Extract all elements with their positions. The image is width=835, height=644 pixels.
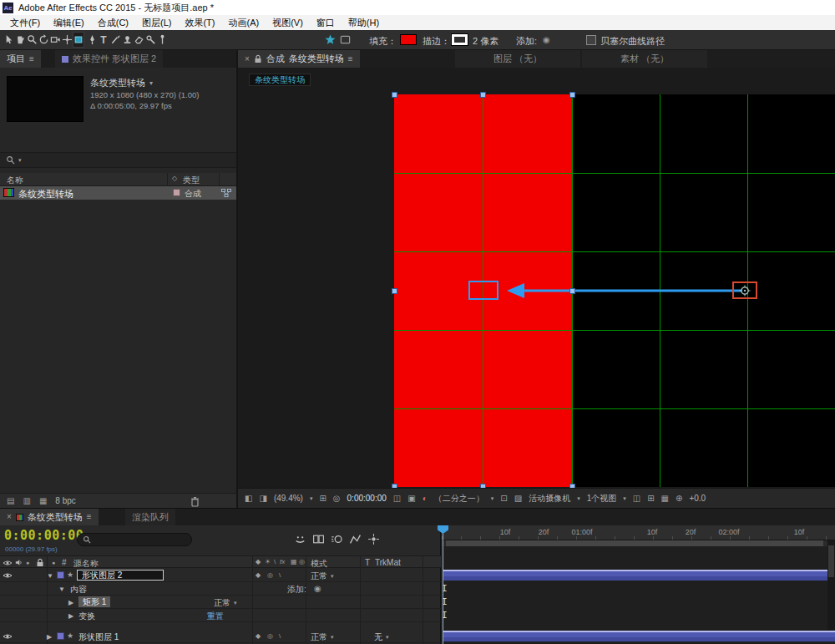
solo-column-icon[interactable]: ●: [26, 560, 29, 565]
label-color-swatch[interactable]: [57, 632, 64, 640]
mode-column-header[interactable]: 模式: [311, 558, 327, 570]
property-row-rectangle-1[interactable]: ▶ 矩形 1 正常 ▾: [0, 596, 441, 609]
source-name-header[interactable]: 源名称: [73, 558, 99, 570]
fill-color-swatch[interactable]: [400, 34, 417, 45]
pen-tool[interactable]: [86, 32, 98, 48]
layer-switch-icon[interactable]: \: [279, 633, 281, 640]
scrollbar-thumb[interactable]: [828, 545, 834, 577]
transform-label[interactable]: 变换: [78, 611, 95, 622]
snapshot-icon[interactable]: ◫: [393, 494, 401, 503]
contents-label[interactable]: 内容: [70, 584, 87, 596]
group-name-selected[interactable]: 矩形 1: [78, 596, 110, 607]
anchor-point-widget[interactable]: [732, 281, 757, 299]
eye-icon[interactable]: [3, 572, 13, 579]
add-shape-attribute-icon[interactable]: ◉: [543, 36, 550, 44]
resolution-value[interactable]: （二分之一）: [434, 493, 484, 505]
shy-icon[interactable]: [294, 533, 306, 545]
stroke-width-value[interactable]: 2 像素: [473, 35, 498, 48]
expand-arrow-icon[interactable]: ▼: [47, 572, 53, 580]
view-layout-value[interactable]: 1个视图: [587, 493, 617, 505]
brush-tool[interactable]: [109, 32, 121, 48]
resolution-caret-icon[interactable]: ▾: [491, 495, 494, 501]
selection-handle[interactable]: [392, 288, 397, 294]
layer-row-shape-layer-2[interactable]: ▼ ★ 形状图层 2 ◆ ◎ \ 正常 ▾: [0, 569, 441, 582]
transparency-grid-icon[interactable]: ▨: [514, 494, 522, 503]
roto-brush-tool[interactable]: [144, 32, 156, 48]
eye-column-icon[interactable]: [3, 560, 13, 566]
project-item-name[interactable]: 条纹类型转场: [18, 188, 73, 200]
preview-comp-name[interactable]: 条纹类型转场: [90, 77, 145, 89]
menu-layer[interactable]: 图层(L): [135, 15, 178, 30]
tab-footage-viewer[interactable]: 素材 （无）: [582, 50, 707, 68]
channels-icon[interactable]: ◐: [423, 494, 428, 503]
menu-composition[interactable]: 合成(C): [91, 15, 135, 30]
project-item-row[interactable]: 条纹类型转场 合成: [0, 186, 236, 200]
show-snapshot-icon[interactable]: ▣: [407, 494, 415, 503]
layer-switch-icon[interactable]: ◎: [267, 572, 273, 579]
panel-menu-icon[interactable]: ≡: [348, 55, 353, 63]
menu-file[interactable]: 文件(F): [3, 15, 47, 30]
zoom-tool[interactable]: [26, 32, 38, 48]
bezier-path-checkbox[interactable]: [586, 35, 596, 45]
camera-view-value[interactable]: 活动摄像机: [529, 493, 570, 505]
stroke-color-swatch[interactable]: [452, 34, 468, 45]
selection-handle[interactable]: [480, 92, 486, 98]
project-search-field[interactable]: ▾: [0, 152, 236, 168]
column-name-header[interactable]: 名称: [7, 175, 23, 186]
lock-icon[interactable]: [254, 54, 262, 63]
motion-blur-icon[interactable]: [331, 533, 343, 545]
current-time-indicator-line[interactable]: [443, 525, 443, 644]
grid-guides-icon[interactable]: ⊞: [319, 494, 326, 503]
tab-layer-viewer[interactable]: 图层 （无）: [455, 50, 580, 68]
menu-animation[interactable]: 动画(A): [222, 15, 266, 30]
layer-number-header[interactable]: #: [62, 558, 67, 567]
eraser-tool[interactable]: [133, 32, 144, 48]
layer-name-edit-field[interactable]: 形状图层 2: [77, 570, 164, 581]
view-layout-caret-icon[interactable]: ▾: [623, 495, 626, 501]
always-preview-icon[interactable]: ◧: [245, 494, 252, 503]
work-area-bar[interactable]: [442, 540, 827, 546]
clone-stamp-tool[interactable]: [121, 32, 133, 48]
layer-duration-bar-shape-layer-1[interactable]: [443, 631, 835, 641]
tool-creates-shape-icon[interactable]: [324, 32, 336, 48]
layer-name[interactable]: 形状图层 1: [78, 631, 119, 643]
reset-link[interactable]: 重置: [207, 611, 224, 622]
tab-render-queue[interactable]: 渲染队列: [125, 509, 175, 525]
menu-effect[interactable]: 效果(T): [178, 15, 221, 30]
camera-tool[interactable]: [49, 32, 61, 48]
search-options-caret-icon[interactable]: ▾: [18, 157, 22, 163]
tab-timeline-comp[interactable]: × 条纹类型转场 ≡: [0, 509, 99, 525]
layer-switch-icon[interactable]: ◎: [267, 633, 273, 640]
trkmat-column-header[interactable]: TrkMat: [375, 558, 401, 567]
collapse-arrow-icon[interactable]: ▶: [68, 612, 73, 620]
mask-visibility-icon[interactable]: ◎: [333, 494, 341, 503]
menu-window[interactable]: 窗口: [310, 15, 342, 30]
close-icon[interactable]: ×: [7, 513, 12, 521]
pan-behind-tool[interactable]: [61, 32, 73, 48]
layer-switch-icon[interactable]: ◆: [256, 633, 261, 640]
blend-mode-dropdown[interactable]: 正常 ▾: [311, 570, 334, 582]
tab-effect-controls[interactable]: 效果控件 形状图层 2: [55, 50, 163, 68]
label-column-icon[interactable]: ●: [52, 560, 55, 565]
trash-icon[interactable]: [190, 496, 200, 507]
fast-previews-icon[interactable]: ▦: [661, 494, 669, 503]
target-position-box[interactable]: [468, 281, 498, 300]
layer-row-shape-layer-1[interactable]: ▶ ★ 形状图层 1 ◆ ◎ \ 正常 ▾ 无 ▾: [0, 630, 441, 643]
panel-menu-icon[interactable]: ≡: [29, 55, 34, 63]
time-ruler[interactable]: 10f 20f 01:00f 10f 20f 02:00f 10f: [442, 525, 835, 540]
menu-view[interactable]: 视图(V): [266, 15, 310, 30]
selection-handle[interactable]: [569, 288, 575, 294]
hand-tool[interactable]: [14, 32, 26, 48]
region-of-interest-icon[interactable]: ⊡: [500, 494, 507, 503]
type-tool[interactable]: T: [98, 32, 109, 48]
eye-icon[interactable]: [3, 633, 13, 640]
property-row-contents[interactable]: ▼ 内容 添加: ◉: [0, 582, 441, 596]
tab-project[interactable]: 项目 ≡: [0, 50, 41, 68]
composition-viewport[interactable]: 条纹类型转场: [238, 68, 835, 488]
layer-switch-icon[interactable]: \: [279, 572, 281, 579]
camera-caret-icon[interactable]: ▾: [577, 495, 580, 501]
tool-creates-mask-icon[interactable]: [339, 32, 351, 48]
new-composition-icon[interactable]: ▦: [39, 497, 47, 505]
collapse-arrow-icon[interactable]: ▶: [68, 599, 73, 606]
pixel-aspect-icon[interactable]: ⊞: [647, 494, 654, 503]
